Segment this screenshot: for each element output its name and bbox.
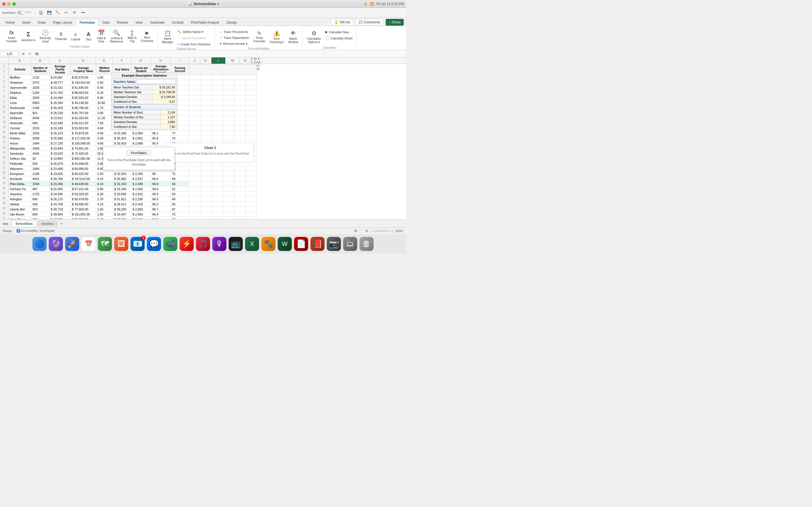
grid-cell[interactable]: Swanton [9, 191, 31, 196]
grid-cell[interactable]: $ 69,432.00 [71, 171, 96, 176]
grid-cell[interactable]: 87 [171, 207, 189, 212]
grid-cell-empty[interactable] [234, 171, 246, 176]
grid-cell-empty[interactable] [234, 181, 246, 186]
insert-function-button[interactable]: fx InsertFunction [4, 27, 18, 45]
tab-automate[interactable]: Automate [147, 19, 168, 25]
grid-cell[interactable]: 3.30 [96, 136, 113, 141]
grid-cell-empty[interactable] [189, 105, 200, 110]
lookup-reference-button[interactable]: 🔍 Lookup &Reference [109, 27, 125, 45]
grid-cell[interactable]: $ 28,411 [113, 202, 132, 207]
tab-page-layout[interactable]: Page Layout [50, 19, 75, 25]
grid-cell-empty[interactable] [223, 181, 234, 186]
text-button[interactable]: A Text [83, 27, 94, 45]
grid-cell[interactable]: 2216 [31, 126, 50, 131]
grid-cell-empty[interactable] [212, 202, 223, 207]
grid-cell[interactable]: Pike-Delta- [9, 181, 31, 186]
grid-cell-empty[interactable] [223, 126, 234, 131]
grid-cell[interactable]: Defiance [9, 115, 31, 121]
grid-cell[interactable]: $ 21,792 [50, 90, 71, 95]
grid-cell-empty[interactable] [212, 90, 223, 95]
grid-cell[interactable]: 1494 [31, 141, 50, 146]
grid-cell-empty[interactable] [200, 181, 212, 186]
grid-cell-empty[interactable] [246, 217, 257, 219]
grid-cell-empty[interactable] [234, 212, 246, 217]
table-row[interactable]: Gorham-Fa487$ 22,405$ 57,221.006.90$ 33,… [9, 186, 257, 191]
grid-cell[interactable]: $ 26,706 [50, 176, 71, 181]
grid-cell[interactable]: $ 56,411.00 [71, 121, 96, 126]
grid-cell[interactable]: $ 33,166 [113, 186, 132, 191]
grid-cell[interactable]: $ 28,718 [50, 207, 71, 212]
grid-cell[interactable]: $ 2,615 [132, 191, 151, 196]
redo-icon[interactable]: ⟳ [71, 9, 78, 16]
grid-cell[interactable]: 1.80 [96, 75, 113, 80]
grid-cell[interactable]: 840 [31, 212, 50, 217]
grid-cell[interactable]: $ 24,487 [50, 75, 71, 80]
grid-cell[interactable]: 1725 [31, 191, 50, 196]
grid-cell-empty[interactable] [223, 186, 234, 191]
grid-cell[interactable]: 7.00 [96, 121, 113, 126]
grid-cell-empty[interactable] [234, 100, 246, 105]
grid-cell-empty[interactable] [234, 105, 246, 110]
grid-cell-empty[interactable] [200, 100, 212, 105]
define-name-button[interactable]: ✏️ Define Name ▾ [176, 29, 212, 35]
tab-design[interactable]: Design [223, 19, 240, 25]
grid-cell-empty[interactable] [234, 202, 246, 207]
grid-cell[interactable]: 1194 [31, 105, 50, 110]
grid-cell[interactable]: $ 33,447 [113, 212, 132, 217]
grid-cell-empty[interactable] [189, 181, 200, 186]
grid-cell-empty[interactable] [234, 85, 246, 90]
sheet-tab-variables[interactable]: Variables [38, 221, 57, 226]
tab-acrobat[interactable]: Acrobat [168, 19, 187, 25]
grid-cell-empty[interactable] [200, 191, 212, 196]
grid-cell[interactable]: $ 28,228 [50, 110, 71, 115]
grid-cell-empty[interactable] [246, 202, 257, 207]
grid-cell-empty[interactable] [234, 75, 246, 80]
grid-cell[interactable]: 5963 [31, 100, 50, 105]
grid-cell[interactable]: 4.60 [96, 126, 113, 131]
grid-cell-empty[interactable] [200, 196, 212, 202]
cancel-formula-icon[interactable]: ✕ [20, 52, 26, 56]
add-sheet-button[interactable]: + [59, 221, 65, 227]
grid-cell[interactable]: $ 24,709 [50, 202, 71, 207]
grid-cell[interactable]: 1132 [31, 75, 50, 80]
grid-cell-empty[interactable] [189, 95, 200, 100]
grid-cell-empty[interactable] [189, 126, 200, 131]
grid-cell-empty[interactable] [189, 136, 200, 141]
undo-icon[interactable]: ↩ [63, 9, 70, 16]
grid-cell[interactable]: 487 [31, 186, 50, 191]
grid-cell[interactable]: Berlin-Milar [9, 131, 31, 136]
grid-cell[interactable]: 3.90 [96, 110, 113, 115]
grid-cell-empty[interactable] [234, 176, 246, 181]
grid-cell-empty[interactable] [200, 186, 212, 191]
dock-siri[interactable]: 🔮 [49, 237, 63, 251]
table-row[interactable]: Arlington685$ 26,175$ 55,478.002.70$ 31,… [9, 196, 257, 202]
grid-cell[interactable]: 20 [31, 156, 50, 161]
grid-cell-empty[interactable] [200, 121, 212, 126]
confirm-formula-icon[interactable]: ✓ [28, 52, 33, 56]
grid-cell[interactable]: 2.70 [96, 196, 113, 202]
grid-cell-empty[interactable] [189, 121, 200, 126]
grid-cell[interactable]: 6.20 [96, 90, 113, 95]
page-break-icon[interactable]: ⊟ [365, 229, 368, 233]
table-row[interactable]: Cory-Raws794$ 23,904$ 69,242.002.40$ 31,… [9, 217, 257, 219]
dock-finder2[interactable]: 🗂 [343, 237, 357, 251]
grid-cell[interactable]: $ 53,923.00 [71, 126, 96, 131]
grid-cell-empty[interactable] [223, 171, 234, 176]
grid-cell[interactable]: 4401 [31, 176, 50, 181]
grid-cell[interactable]: $ 23,161 [50, 85, 71, 90]
grid-cell-empty[interactable] [234, 191, 246, 196]
calculation-options-button[interactable]: ⚙ CalculationOptions ▾ [305, 28, 322, 46]
tab-insert[interactable]: Insert [18, 19, 34, 25]
grid-cell-empty[interactable] [246, 90, 257, 95]
grid-cell-empty[interactable] [189, 191, 200, 196]
grid-cell-empty[interactable] [234, 126, 246, 131]
grid-cell-empty[interactable] [189, 217, 200, 219]
grid-cell[interactable]: 94.8 [151, 181, 171, 186]
grid-cell[interactable]: $ 23,812 [50, 115, 71, 121]
grid-cell[interactable]: Vanlue [9, 202, 31, 207]
grid-cell-empty[interactable] [223, 202, 234, 207]
grid-cell-empty[interactable] [234, 110, 246, 115]
grid-cell[interactable]: $ 69,320.00 [71, 191, 96, 196]
grid-cell[interactable]: 503 [31, 161, 50, 166]
grid-cell[interactable]: $ 56,333.00 [71, 115, 96, 121]
